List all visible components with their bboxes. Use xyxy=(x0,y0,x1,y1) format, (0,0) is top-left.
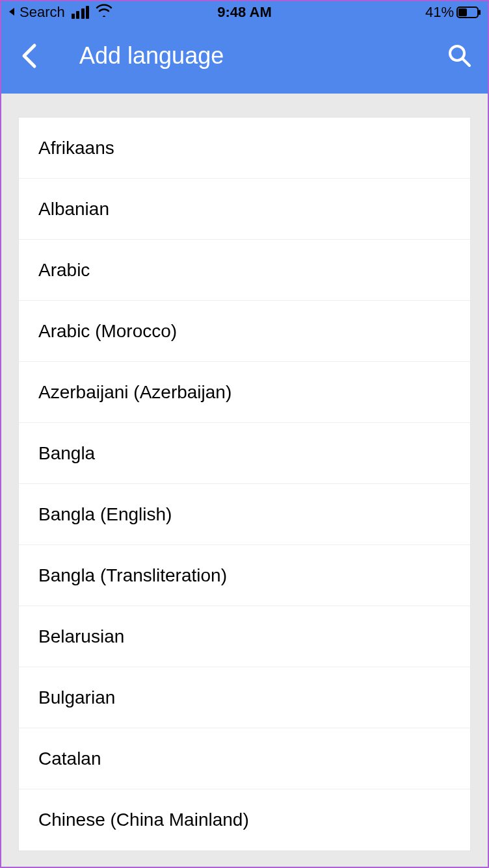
language-label: Albanian xyxy=(38,199,109,220)
status-left: Search xyxy=(8,4,112,21)
language-list: Afrikaans Albanian Arabic Arabic (Morocc… xyxy=(18,117,471,851)
page-title: Add language xyxy=(79,42,445,70)
list-item[interactable]: Catalan xyxy=(19,728,470,789)
language-label: Afrikaans xyxy=(38,138,114,159)
list-item[interactable]: Belarusian xyxy=(19,606,470,667)
svg-line-4 xyxy=(463,59,469,66)
language-label: Chinese (China Mainland) xyxy=(38,810,249,830)
list-item[interactable]: Bangla xyxy=(19,423,470,484)
nav-bar: Add language xyxy=(0,25,489,94)
battery-icon xyxy=(456,6,481,18)
cellular-signal-icon xyxy=(72,6,90,19)
language-label: Bangla (Transliteration) xyxy=(38,565,227,586)
language-label: Azerbaijani (Azerbaijan) xyxy=(38,382,231,403)
list-item[interactable]: Arabic (Morocco) xyxy=(19,301,470,362)
language-label: Bangla xyxy=(38,443,95,464)
list-item[interactable]: Bangla (Transliteration) xyxy=(19,545,470,606)
content-area: Afrikaans Albanian Arabic Arabic (Morocc… xyxy=(0,94,489,851)
svg-rect-1 xyxy=(458,8,467,16)
language-label: Catalan xyxy=(38,748,101,769)
list-item[interactable]: Azerbaijani (Azerbaijan) xyxy=(19,362,470,423)
status-time: 9:48 AM xyxy=(217,4,272,21)
language-label: Arabic xyxy=(38,260,90,281)
list-item[interactable]: Bulgarian xyxy=(19,667,470,728)
back-button[interactable] xyxy=(14,41,44,71)
chevron-left-icon xyxy=(20,43,38,69)
back-to-app-label[interactable]: Search xyxy=(20,4,65,21)
language-label: Bangla (English) xyxy=(38,504,172,525)
svg-rect-2 xyxy=(479,10,481,15)
list-item[interactable]: Chinese (China Mainland) xyxy=(19,789,470,850)
back-to-app-caret-icon[interactable] xyxy=(8,4,16,21)
list-item[interactable]: Arabic xyxy=(19,240,470,301)
status-bar: Search 9:48 AM 41% xyxy=(0,0,489,25)
search-icon xyxy=(447,44,472,68)
search-button[interactable] xyxy=(445,41,475,71)
list-item[interactable]: Bangla (English) xyxy=(19,484,470,545)
list-item[interactable]: Albanian xyxy=(19,179,470,240)
status-right: 41% xyxy=(425,4,481,21)
list-item[interactable]: Afrikaans xyxy=(19,118,470,179)
battery-percent: 41% xyxy=(425,4,454,21)
language-label: Belarusian xyxy=(38,626,124,647)
language-label: Arabic (Morocco) xyxy=(38,321,177,342)
language-label: Bulgarian xyxy=(38,687,115,708)
wifi-icon xyxy=(96,4,112,21)
